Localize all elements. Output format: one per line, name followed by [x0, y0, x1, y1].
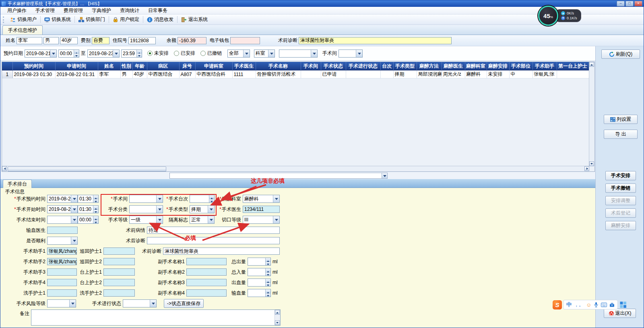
- spinner-arrows-icon[interactable]: [74, 50, 79, 57]
- smiley-icon[interactable]: ☺: [586, 302, 591, 308]
- scrub-nurse2-field[interactable]: [103, 289, 135, 297]
- risk-level-combo[interactable]: [47, 299, 76, 307]
- sogou-logo-icon[interactable]: S: [553, 300, 562, 309]
- patient-sex-field[interactable]: 男: [43, 37, 59, 44]
- refresh-button[interactable]: 刷新(Q): [601, 50, 640, 59]
- chevron-down-icon[interactable]: [356, 50, 362, 57]
- to-date-combo[interactable]: 2019-08-23: [87, 50, 120, 58]
- save-status-button[interactable]: ->状态直接保存: [164, 299, 204, 308]
- column-header[interactable]: 手术进行状态: [346, 62, 380, 70]
- chevron-down-icon[interactable]: [71, 195, 77, 202]
- arrange-surgery-button[interactable]: 手术安排: [605, 171, 636, 180]
- appt-time-spinner[interactable]: 01:30: [78, 195, 99, 203]
- toolbar-exit-system[interactable]: 退出系统: [178, 15, 211, 24]
- exit-button[interactable]: 退出(X): [604, 309, 636, 318]
- patient-name-field[interactable]: 李军: [17, 37, 42, 44]
- chevron-down-icon[interactable]: [156, 206, 163, 213]
- scope-combo[interactable]: 全部: [227, 50, 250, 58]
- deck-nurse1-field[interactable]: [103, 268, 135, 276]
- preop-condition-field[interactable]: 待定: [147, 227, 280, 234]
- column-header[interactable]: 申请时间: [55, 62, 98, 70]
- toolbar-user-lock[interactable]: 用户锁定: [110, 15, 142, 24]
- grid-icon[interactable]: [620, 301, 627, 308]
- menu-item-2[interactable]: 手术管理: [31, 7, 59, 14]
- column-header[interactable]: 第一台上护士: [557, 62, 589, 70]
- end-date-combo[interactable]: [47, 216, 78, 224]
- horizontal-scrollbar[interactable]: [2, 166, 589, 171]
- table-no-spinner[interactable]: [190, 195, 215, 203]
- chevron-down-icon[interactable]: [273, 195, 279, 202]
- smooth-combo[interactable]: [47, 237, 78, 245]
- start-date-combo[interactable]: 2019-08-23: [47, 205, 78, 213]
- fee-type-field[interactable]: 自费: [92, 37, 109, 44]
- assistant4-field[interactable]: [47, 279, 77, 286]
- assistant3-field[interactable]: [47, 268, 77, 276]
- spinner-arrows-icon[interactable]: [265, 279, 270, 286]
- column-header[interactable]: 姓名: [98, 62, 120, 70]
- menu-item-3[interactable]: 费用管理: [59, 7, 87, 14]
- spinner-arrows-icon[interactable]: [93, 216, 98, 223]
- spinner-arrows-icon[interactable]: [265, 258, 270, 265]
- category-combo[interactable]: [129, 205, 163, 213]
- toolbox-icon[interactable]: [609, 302, 615, 307]
- column-header[interactable]: 手术助手: [533, 62, 557, 70]
- chevron-down-icon[interactable]: [156, 195, 163, 202]
- scroll-down-button[interactable]: [589, 161, 594, 166]
- scrollbar-thumb[interactable]: [8, 167, 166, 171]
- chevron-down-icon[interactable]: [273, 216, 279, 223]
- column-header[interactable]: 申请科室: [195, 62, 232, 70]
- progress-status-combo[interactable]: [123, 299, 157, 307]
- balance-field[interactable]: -160.39: [178, 37, 206, 44]
- wallet-field[interactable]: [230, 37, 260, 44]
- tour-nurse2-field[interactable]: [103, 258, 135, 265]
- column-header[interactable]: 手术间: [301, 62, 321, 70]
- postop-diagnosis-field[interactable]: [147, 237, 280, 244]
- menu-item-4[interactable]: 字典维护: [87, 7, 116, 14]
- patient-age-field[interactable]: 40岁: [60, 37, 78, 44]
- preop-diagnosis-field[interactable]: 淋球菌性附睾炎: [299, 37, 452, 44]
- toolbar-switch-department[interactable]: 切换部门: [76, 15, 108, 24]
- surgeon-field[interactable]: 1234/111: [243, 206, 280, 213]
- chevron-down-icon[interactable]: [243, 50, 250, 57]
- to-time-spinner[interactable]: 23:59: [121, 50, 142, 58]
- column-header[interactable]: 手术医生: [232, 62, 256, 70]
- toolbar-messages[interactable]: 消息收发: [144, 15, 176, 24]
- room-filter-combo[interactable]: [339, 50, 363, 58]
- start-time-spinner[interactable]: 01:30: [78, 205, 99, 213]
- blood-loss-spinner[interactable]: [248, 278, 271, 287]
- chevron-down-icon[interactable]: [113, 50, 119, 57]
- column-header[interactable]: 床号: [179, 62, 195, 70]
- spinner-arrows-icon[interactable]: [93, 206, 98, 213]
- menu-item-5[interactable]: 查询统计: [116, 7, 144, 14]
- total-in-spinner[interactable]: [248, 268, 271, 276]
- chevron-down-icon[interactable]: [69, 300, 76, 307]
- spinner-arrows-icon[interactable]: [265, 289, 270, 297]
- postop-register-button[interactable]: 术后登记: [605, 208, 636, 218]
- tab-surgery-info-maintenance[interactable]: 手术信息维护: [2, 25, 43, 35]
- column-header[interactable]: 台次: [380, 62, 393, 70]
- subop4-field[interactable]: [186, 289, 227, 297]
- adjust-arrangement-button[interactable]: 安排调整: [605, 196, 636, 205]
- column-header[interactable]: 性别: [120, 62, 132, 70]
- department-value-combo[interactable]: [279, 50, 318, 58]
- toolbar-switch-system[interactable]: 切换系统: [41, 15, 74, 24]
- scroll-up-button[interactable]: [275, 310, 280, 315]
- menu-item-6[interactable]: 日常事务: [144, 7, 172, 14]
- type-combo[interactable]: 择期: [190, 205, 215, 213]
- spinner-arrows-icon[interactable]: [93, 195, 98, 202]
- chevron-down-icon[interactable]: [208, 216, 214, 223]
- chevron-down-icon[interactable]: [50, 50, 56, 57]
- column-header[interactable]: 麻醉安排: [487, 62, 509, 70]
- column-header[interactable]: 病区: [147, 62, 179, 70]
- export-button[interactable]: 导 出: [604, 130, 638, 139]
- subop3-field[interactable]: [186, 279, 227, 286]
- isolation-combo[interactable]: 正常: [190, 216, 215, 224]
- department-combo[interactable]: 科室: [254, 50, 275, 58]
- subop1-field[interactable]: [186, 258, 227, 265]
- ime-punctuation-toggle[interactable]: ，。: [574, 301, 584, 308]
- remark-scrollbar[interactable]: [275, 310, 280, 325]
- maximize-button[interactable]: □: [625, 1, 634, 6]
- minimize-button[interactable]: –: [617, 1, 625, 6]
- incision-combo[interactable]: III: [243, 216, 280, 224]
- spinner-arrows-icon[interactable]: [265, 268, 270, 276]
